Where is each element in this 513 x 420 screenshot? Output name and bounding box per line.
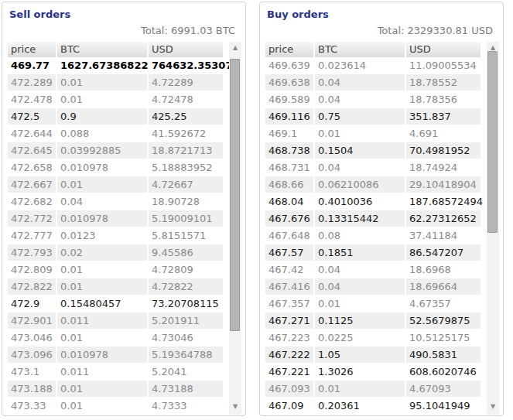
price-cell: 468.738: [265, 142, 313, 159]
price-cell: 467.416: [265, 278, 313, 295]
table-row[interactable]: 467.4160.0418.69664: [265, 278, 499, 295]
btc-cell: 0.01: [315, 381, 405, 397]
column-header-usd: USD: [149, 42, 223, 57]
price-cell: 467.271: [265, 312, 313, 329]
btc-cell: 0.04: [315, 278, 405, 295]
table-body: 469.771627.67386822764632.35307472.2890.…: [8, 57, 241, 415]
scrollbar[interactable]: ▲ ▼: [487, 42, 499, 415]
price-cell: 469.589: [265, 91, 313, 108]
table-row[interactable]: 473.1880.014.73188: [8, 381, 241, 398]
scroll-up-icon[interactable]: ▲: [229, 42, 241, 54]
btc-cell: 0.01: [57, 74, 147, 90]
table-row[interactable]: 467.6760.1331544262.27312652: [265, 210, 499, 227]
usd-cell: 4.72822: [149, 278, 223, 295]
table-row[interactable]: 472.7770.01235.8151571: [8, 227, 241, 244]
btc-cell: 0.010978: [57, 159, 147, 176]
table-row[interactable]: 472.6440.08841.592672: [8, 125, 241, 142]
btc-cell: 0.01: [315, 295, 405, 312]
usd-cell: 608.6020746: [406, 364, 481, 380]
table-row[interactable]: 472.50.9425.25: [8, 108, 241, 125]
table-row[interactable]: 467.570.185186.547207: [265, 244, 499, 261]
usd-cell: 41.592672: [149, 125, 223, 142]
btc-cell: 0.088: [57, 125, 147, 142]
btc-cell: 0.023614: [315, 57, 405, 73]
table-row[interactable]: 472.8090.014.72809: [8, 261, 241, 278]
table-row[interactable]: 469.5890.0418.78356: [265, 91, 499, 108]
usd-cell: 29.10418904: [406, 176, 481, 193]
btc-cell: 0.20361: [315, 398, 405, 414]
table-row[interactable]: 472.9010.0115.201911: [8, 312, 241, 330]
btc-cell: 0.01: [57, 330, 147, 346]
price-cell: 472.777: [8, 227, 56, 244]
table-row[interactable]: 472.90.1548045773.20708115: [8, 295, 241, 312]
table-row[interactable]: 467.2230.022510.5125175: [265, 330, 499, 347]
table-row[interactable]: 467.2211.3026608.6020746: [265, 364, 499, 381]
table-row[interactable]: 472.6450.0399288518.8721713: [8, 142, 241, 159]
usd-cell: 18.78552: [406, 74, 481, 90]
btc-cell: 0.01: [57, 278, 147, 295]
table-header: price BTC USD: [265, 42, 499, 57]
order-book: Sell orders Total: 6991.03 BTC price BTC…: [0, 0, 513, 416]
table-row[interactable]: 469.771627.67386822764632.35307: [8, 57, 241, 74]
usd-cell: 187.68572494: [406, 193, 481, 210]
table-row[interactable]: 468.7310.0418.74924: [265, 159, 499, 176]
table-row[interactable]: 472.8220.014.72822: [8, 278, 241, 295]
scroll-down-icon[interactable]: ▼: [487, 401, 499, 413]
table-row[interactable]: 467.090.2036195.1041949: [265, 398, 499, 415]
btc-cell: 0.01: [315, 125, 405, 142]
usd-cell: 490.5831: [406, 347, 481, 363]
btc-cell: 0.010978: [57, 210, 147, 227]
column-header-price: price: [265, 42, 313, 57]
sell-orders-table: price BTC USD 469.771627.67386822764632.…: [8, 42, 241, 415]
scroll-down-icon[interactable]: ▼: [229, 401, 241, 413]
table-row[interactable]: 472.6580.0109785.18883952: [8, 159, 241, 176]
btc-cell: 0.15480457: [57, 295, 147, 312]
table-row[interactable]: 468.040.4010036187.68572494: [265, 193, 499, 210]
table-row[interactable]: 469.6390.02361411.09005534: [265, 57, 499, 74]
usd-cell: 37.41184: [406, 227, 481, 244]
table-row[interactable]: 467.2710.112552.5679875: [265, 312, 499, 330]
table-row[interactable]: 473.330.014.7333: [8, 398, 241, 415]
table-row[interactable]: 472.6820.0418.90728: [8, 193, 241, 210]
usd-cell: 5.2041: [149, 364, 223, 380]
btc-cell: 0.1125: [315, 312, 405, 329]
price-cell: 468.04: [265, 193, 313, 210]
table-row[interactable]: 472.4780.014.72478: [8, 91, 241, 108]
scrollbar-thumb[interactable]: [487, 51, 498, 233]
table-row[interactable]: 469.6380.0418.78552: [265, 74, 499, 91]
price-cell: 472.658: [8, 159, 56, 176]
table-row[interactable]: 473.10.0115.2041: [8, 364, 241, 381]
table-row[interactable]: 473.0960.0109785.19364788: [8, 347, 241, 364]
table-row[interactable]: 472.7930.029.45586: [8, 244, 241, 261]
usd-cell: 4.73188: [149, 381, 223, 397]
table-row[interactable]: 473.0460.014.73046: [8, 330, 241, 347]
usd-cell: 5.19009101: [149, 210, 223, 227]
table-row[interactable]: 468.7380.150470.4981952: [265, 142, 499, 159]
table-row[interactable]: 467.2221.05490.5831: [265, 347, 499, 364]
table-row[interactable]: 469.10.014.691: [265, 125, 499, 142]
btc-cell: 0.01: [57, 261, 147, 278]
usd-cell: 4.691: [406, 125, 481, 142]
price-cell: 467.09: [265, 398, 313, 414]
price-cell: 472.793: [8, 244, 56, 261]
price-cell: 469.116: [265, 108, 313, 125]
price-cell: 469.1: [265, 125, 313, 142]
price-cell: 467.676: [265, 210, 313, 227]
price-cell: 472.667: [8, 176, 56, 193]
table-row[interactable]: 469.1160.75351.837: [265, 108, 499, 125]
scrollbar[interactable]: ▲ ▼: [229, 42, 241, 415]
usd-cell: 18.78356: [406, 91, 481, 108]
table-row[interactable]: 467.420.0418.6968: [265, 261, 499, 278]
usd-cell: 9.45586: [149, 244, 223, 261]
usd-cell: 52.5679875: [406, 312, 481, 329]
table-row[interactable]: 472.2890.014.72289: [8, 74, 241, 91]
btc-cell: 0.011: [57, 312, 147, 329]
table-row[interactable]: 467.3570.014.67357: [265, 295, 499, 312]
table-row[interactable]: 472.7720.0109785.19009101: [8, 210, 241, 227]
scrollbar-thumb[interactable]: [230, 59, 240, 331]
table-row[interactable]: 472.6670.014.72667: [8, 176, 241, 193]
table-row[interactable]: 468.660.0621008629.10418904: [265, 176, 499, 193]
table-row[interactable]: 467.6480.0837.41184: [265, 227, 499, 244]
btc-cell: 0.010978: [57, 347, 147, 363]
table-row[interactable]: 467.0930.014.67093: [265, 381, 499, 398]
